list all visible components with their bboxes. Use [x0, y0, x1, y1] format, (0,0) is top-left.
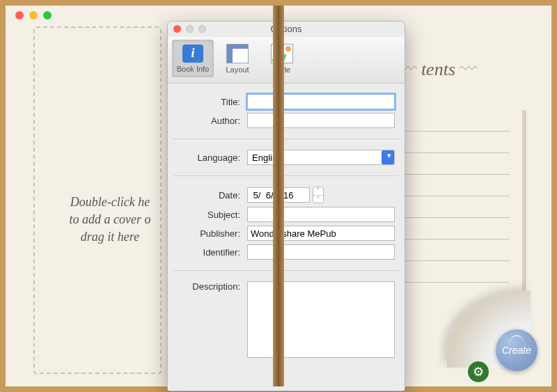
dialog-zoom-icon	[198, 25, 206, 33]
author-label: Author:	[178, 116, 247, 126]
cover-hint-line: to add a cover o	[70, 212, 151, 226]
main-window-traffic-lights	[15, 11, 52, 19]
options-titlebar[interactable]: Options	[168, 22, 405, 37]
main-window: Double-click he to add a cover o drag it…	[0, 0, 557, 392]
publisher-input[interactable]	[247, 226, 395, 241]
language-select-wrap: English	[247, 150, 395, 165]
toc-scrollbar[interactable]	[522, 110, 526, 291]
title-input[interactable]	[247, 94, 395, 109]
dialog-close-icon[interactable]	[173, 25, 181, 33]
layout-icon	[226, 44, 249, 63]
description-textarea[interactable]	[247, 281, 395, 358]
subject-input[interactable]	[247, 207, 395, 222]
tab-style[interactable]: Style	[261, 40, 303, 77]
settings-button[interactable]: ⚙	[468, 361, 489, 382]
subject-label: Subject:	[178, 210, 247, 220]
author-input[interactable]	[247, 113, 395, 128]
description-label: Description:	[178, 281, 247, 292]
gear-icon: ⚙	[473, 364, 484, 379]
info-icon	[182, 45, 203, 63]
dialog-minimize-icon	[186, 25, 194, 33]
options-traffic-lights	[173, 25, 206, 33]
close-icon[interactable]	[15, 11, 24, 19]
identifier-label: Identifier:	[178, 247, 247, 258]
identifier-input[interactable]	[247, 244, 395, 260]
date-stepper[interactable]: ˄ ˅	[313, 187, 324, 203]
tab-label: Style	[274, 65, 290, 74]
tab-label: Book Info	[177, 65, 209, 73]
date-label: Date:	[178, 190, 247, 201]
chevron-up-icon[interactable]: ˄	[313, 187, 323, 196]
create-button-label: Create	[502, 345, 531, 356]
tab-book-info[interactable]: Book Info	[172, 40, 214, 77]
cover-hint-line: Double-click he	[70, 195, 150, 209]
options-dialog: Options Book Info Layout Style Title:	[167, 21, 405, 391]
tab-label: Layout	[226, 65, 249, 74]
publisher-label: Publisher:	[178, 228, 247, 239]
style-icon	[271, 44, 293, 63]
options-form: Title: Author: Language: English	[168, 84, 405, 391]
cover-hint-text: Double-click he to add a cover o drag it…	[47, 194, 173, 246]
contents-title: tents	[395, 58, 482, 80]
date-input[interactable]	[247, 187, 310, 203]
zoom-icon[interactable]	[43, 11, 52, 19]
tab-layout[interactable]: Layout	[217, 40, 258, 77]
chevron-down-icon[interactable]: ˅	[313, 196, 323, 203]
options-title: Options	[271, 24, 302, 34]
title-label: Title:	[178, 97, 247, 107]
minimize-icon[interactable]	[29, 11, 38, 19]
cover-hint-line: drag it here	[81, 230, 139, 244]
language-label: Language:	[178, 152, 247, 163]
date-field: ˄ ˅	[247, 187, 331, 203]
create-button[interactable]: Create	[496, 329, 538, 371]
options-toolbar: Book Info Layout Style	[168, 37, 405, 84]
language-select[interactable]: English	[247, 150, 395, 165]
